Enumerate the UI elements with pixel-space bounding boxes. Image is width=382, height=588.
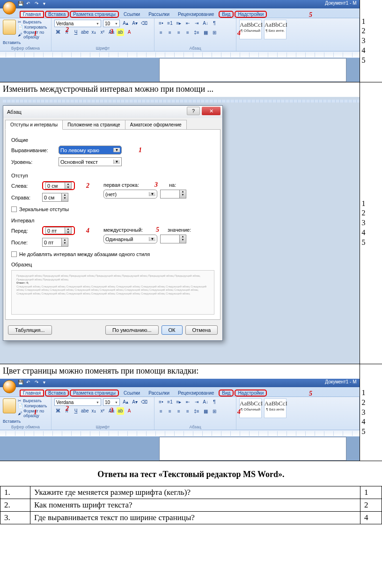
indent-inc-icon[interactable]: ⇥ xyxy=(193,398,200,406)
indent-dec-icon[interactable]: ⇤ xyxy=(184,398,191,406)
font-color-button[interactable]: A xyxy=(125,29,133,36)
shrink-font-icon[interactable]: A▾ xyxy=(131,398,139,406)
shading-icon[interactable]: ▦ xyxy=(202,408,209,415)
default-button[interactable]: По умолчанию... xyxy=(105,325,159,335)
underline-button[interactable]: Ч xyxy=(72,407,80,415)
tab-mailings[interactable]: Рассылки xyxy=(145,11,173,18)
subscript-button[interactable]: x₂ xyxy=(90,29,97,36)
tabs-button[interactable]: Табуляция... xyxy=(8,325,52,335)
copy-button[interactable]: 📄 Копировать xyxy=(18,404,48,408)
tab-references[interactable]: Ссылки xyxy=(120,11,144,18)
format-painter-button[interactable]: 🖌 Формат по образцу xyxy=(18,409,48,418)
level-combo[interactable]: Основной текст▼ xyxy=(59,157,122,166)
grow-font-icon[interactable]: A▴ xyxy=(122,398,129,406)
paste-icon[interactable] xyxy=(3,398,16,413)
numbering-icon[interactable]: ≡1 xyxy=(166,398,174,406)
highlight-button[interactable]: ab xyxy=(117,29,124,36)
quick-access-toolbar[interactable]: 💾↶↷▾ xyxy=(18,380,49,385)
bold-button[interactable]: Ж xyxy=(54,29,62,36)
tab-view[interactable]: Вид xyxy=(219,11,234,18)
dialog-help-button[interactable]: ? xyxy=(187,107,200,115)
superscript-button[interactable]: x² xyxy=(99,29,106,36)
font-name-combo[interactable]: Verdana▼ xyxy=(54,398,101,406)
style-normal[interactable]: AaBbCcI¶ Обычный xyxy=(239,20,262,39)
sort-icon[interactable]: A↓ xyxy=(202,20,209,27)
cut-button[interactable]: ✂ Вырезать xyxy=(18,20,48,24)
tab-layout[interactable]: Разметка страницы xyxy=(70,11,119,18)
style-nospacing[interactable]: AaBbCcI¶ Без инте xyxy=(264,398,286,418)
indent-inc-icon[interactable]: ⇥ xyxy=(193,20,200,27)
nosame-check[interactable]: Не добавлять интервал между абзацами одн… xyxy=(11,251,214,257)
bold-button[interactable]: Ж xyxy=(54,407,62,415)
font-name-combo[interactable]: Verdana▼ xyxy=(54,20,101,27)
clear-format-icon[interactable]: ⌫ xyxy=(140,398,148,406)
firstline-on-spin[interactable]: ▲▼ xyxy=(160,190,186,198)
align-left-icon[interactable]: ≡ xyxy=(157,408,165,415)
tab-view[interactable]: Вид xyxy=(219,390,234,397)
align-justify-icon[interactable]: ≡ xyxy=(184,29,191,37)
show-marks-icon[interactable]: ¶ xyxy=(211,20,218,27)
after-spin[interactable]: ▲▼ xyxy=(42,238,68,247)
tab-layout[interactable]: Разметка страницы xyxy=(70,390,119,397)
office-button-icon[interactable] xyxy=(3,380,16,393)
sort-icon[interactable]: A↓ xyxy=(202,398,209,406)
borders-icon[interactable]: ⊞ xyxy=(211,29,218,37)
strike-button[interactable]: abe xyxy=(81,29,88,36)
tab-review[interactable]: Рецензирование xyxy=(174,11,218,18)
paste-icon[interactable] xyxy=(3,20,16,35)
tab-mailings[interactable]: Рассылки xyxy=(145,390,173,397)
clear-format-icon[interactable]: ⌫ xyxy=(140,20,148,27)
font-size-combo[interactable]: 10▼ xyxy=(103,20,120,27)
linespacing-combo[interactable]: Одинарный▼ xyxy=(103,235,157,243)
mirror-check[interactable]: Зеркальные отступы xyxy=(11,206,214,212)
multilevel-icon[interactable]: ≡▸ xyxy=(175,398,183,406)
before-spin[interactable]: ▲▼ xyxy=(42,226,75,235)
dialog-close-button[interactable]: ✕ xyxy=(202,107,220,115)
bullets-icon[interactable]: ≡• xyxy=(157,20,165,27)
line-spacing-icon[interactable]: ‡≡ xyxy=(193,29,200,37)
strike-button[interactable]: abe xyxy=(81,407,88,415)
underline-button[interactable]: Ч xyxy=(72,29,80,36)
grow-font-icon[interactable]: A▴ xyxy=(122,20,129,27)
highlight-button[interactable]: ab xyxy=(117,407,124,415)
indent-right-spin[interactable]: ▲▼ xyxy=(42,193,68,202)
copy-button[interactable]: 📄 Копировать xyxy=(18,25,48,29)
align-center-icon[interactable]: ≡ xyxy=(166,29,174,37)
tab-addins[interactable]: Надстройки xyxy=(235,11,267,18)
subscript-button[interactable]: x₂ xyxy=(90,407,97,415)
tab-review[interactable]: Рецензирование xyxy=(174,390,218,397)
dlg-tab-indents[interactable]: Отступы и интервалы xyxy=(5,120,63,130)
dlg-tab-asian[interactable]: Азиатское оформление xyxy=(125,120,187,130)
font-size-combo[interactable]: 10▼ xyxy=(103,398,120,406)
align-center-icon[interactable]: ≡ xyxy=(166,408,174,415)
tab-home[interactable]: Главная xyxy=(20,390,44,397)
style-normal[interactable]: AaBbCcI¶ Обычный xyxy=(239,398,262,418)
cancel-button[interactable]: Отмена xyxy=(185,325,218,335)
shrink-font-icon[interactable]: A▾ xyxy=(131,20,139,27)
tab-insert[interactable]: Вставка xyxy=(45,390,69,397)
numbering-icon[interactable]: ≡1 xyxy=(166,20,174,27)
tab-addins[interactable]: Надстройки xyxy=(235,390,267,397)
align-right-icon[interactable]: ≡ xyxy=(175,29,183,37)
align-right-icon[interactable]: ≡ xyxy=(175,408,183,415)
tab-home[interactable]: Главная xyxy=(20,11,44,18)
multilevel-icon[interactable]: ≡▸ xyxy=(175,20,183,27)
quick-access-toolbar[interactable]: 💾↶↷▾ xyxy=(18,1,49,7)
indent-dec-icon[interactable]: ⇤ xyxy=(184,20,191,27)
font-color-button[interactable]: A xyxy=(125,407,133,415)
office-button-icon[interactable] xyxy=(3,1,16,15)
tab-references[interactable]: Ссылки xyxy=(120,390,144,397)
ok-button[interactable]: ОК xyxy=(162,325,183,335)
superscript-button[interactable]: x² xyxy=(99,407,106,415)
borders-icon[interactable]: ⊞ xyxy=(211,408,218,415)
cut-button[interactable]: ✂ Вырезать xyxy=(18,398,48,403)
indent-left-spin[interactable]: ▲▼ xyxy=(42,181,75,190)
alignment-combo[interactable]: По левому краю▼ xyxy=(59,146,122,154)
firstline-combo[interactable]: (нет)▼ xyxy=(103,190,157,198)
align-left-icon[interactable]: ≡ xyxy=(157,29,165,37)
show-marks-icon[interactable]: ¶ xyxy=(211,398,218,406)
line-spacing-icon[interactable]: ‡≡ xyxy=(193,408,200,415)
linespacing-value-spin[interactable]: ▲▼ xyxy=(160,235,186,243)
tab-insert[interactable]: Вставка xyxy=(45,11,69,18)
bullets-icon[interactable]: ≡• xyxy=(157,398,165,406)
